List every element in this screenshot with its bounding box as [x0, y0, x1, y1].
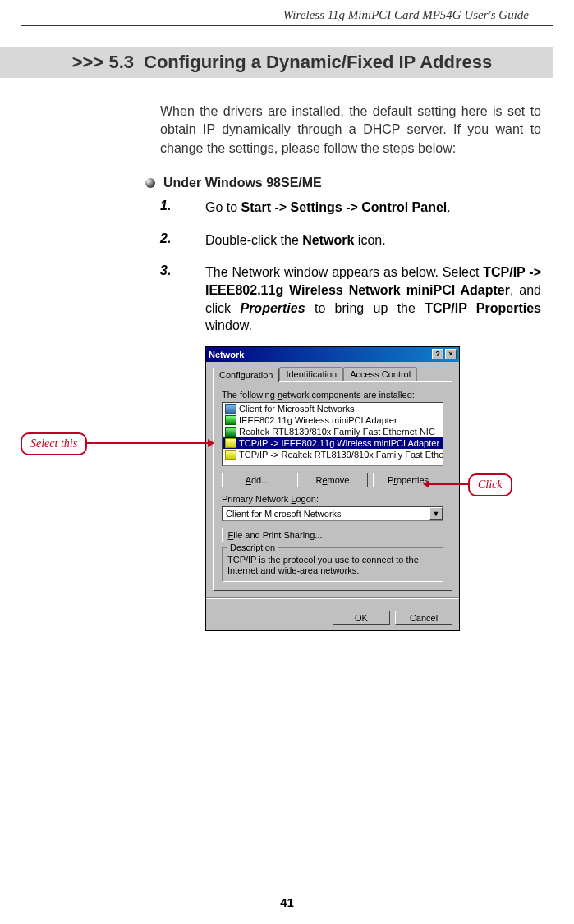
add-u: A — [246, 475, 251, 485]
list-item-tcpip-wireless-text: TCP/IP -> IEEE802.11g Wireless miniPCI A… — [239, 438, 439, 448]
description-text: TCP/IP is the protocol you use to connec… — [227, 555, 438, 576]
step-2-text: Double-click the Network icon. — [205, 231, 386, 249]
component-buttons-row: Add... Remove Properties — [222, 473, 443, 487]
list-item-tcpip-realtek-text: TCP/IP -> Realtek RTL8139/810x Family Fa… — [239, 450, 443, 460]
dialog-title: Network — [209, 350, 244, 359]
list-item-tcpip-realtek[interactable]: TCP/IP -> Realtek RTL8139/810x Family Fa… — [223, 449, 443, 460]
dropdown-arrow-icon: ▼ — [429, 507, 443, 520]
step-1-bold: Start -> Settings -> Control Panel — [241, 200, 448, 214]
dialog-titlebar: Network ? × — [206, 347, 459, 362]
tab-configuration[interactable]: Configuration — [213, 368, 279, 382]
ok-button[interactable]: OK — [333, 611, 390, 625]
callout-select-line — [86, 442, 209, 444]
adapter-icon — [225, 427, 236, 437]
step-3: 3. The Network window appears as below. … — [160, 263, 541, 334]
list-item-client-text: Client for Microsoft Networks — [239, 404, 355, 414]
callout-click-line — [429, 483, 470, 485]
section-title: Configuring a Dynamic/Fixed IP Address — [144, 52, 492, 73]
figure-wrapper: Select this Click Network ? × Configurat… — [160, 346, 541, 631]
step-2-post: icon. — [354, 233, 385, 247]
sub-heading-text: Under Windows 98SE/ME — [163, 176, 322, 190]
bullet-icon — [145, 178, 155, 188]
list-item-realtek-adapter[interactable]: Realtek RTL8139/810x Family Fast Etherne… — [223, 426, 443, 437]
cancel-button[interactable]: Cancel — [395, 611, 452, 625]
help-button[interactable]: ? — [432, 349, 443, 359]
section-heading-bar: >>> 5.3 Configuring a Dynamic/Fixed IP A… — [0, 47, 553, 78]
logon-value: Client for Microsoft Networks — [226, 509, 342, 519]
sub-heading-row: Under Windows 98SE/ME — [145, 176, 541, 190]
step-3-number: 3. — [160, 263, 205, 334]
logon-pre: Primary Network — [222, 494, 291, 504]
protocol-icon — [225, 438, 236, 448]
step-1: 1. Go to Start -> Settings -> Control Pa… — [160, 199, 541, 217]
page-header: Wireless 11g MiniPCI Card MP54G User's G… — [21, 0, 553, 26]
intro-paragraph: When the drivers are installed, the defa… — [160, 103, 541, 158]
list-item-realtek-text: Realtek RTL8139/810x Family Fast Etherne… — [239, 427, 435, 437]
primary-logon-dropdown[interactable]: Client for Microsoft Networks ▼ — [222, 506, 443, 521]
list-item-wireless-text: IEEE802.11g Wireless miniPCI Adapter — [239, 415, 397, 425]
section-number: >>> 5.3 — [0, 52, 144, 73]
add-button[interactable]: Add... — [222, 473, 292, 487]
description-groupbox: Description TCP/IP is the protocol you u… — [222, 547, 443, 582]
step-3-bi: Properties — [240, 301, 305, 315]
step-3-t4: window. — [205, 318, 252, 332]
list-item-wireless-adapter[interactable]: IEEE802.11g Wireless miniPCI Adapter — [223, 414, 443, 426]
protocol-icon — [225, 450, 236, 460]
step-2: 2. Double-click the Network icon. — [160, 231, 541, 249]
step-2-bold: Network — [302, 233, 354, 247]
components-label: The following network components are ins… — [222, 390, 443, 400]
close-button[interactable]: × — [445, 349, 457, 359]
description-label: Description — [227, 542, 278, 552]
add-rest: dd... — [251, 475, 269, 485]
logon-post: ogon: — [296, 494, 319, 504]
step-1-pre: Go to — [205, 200, 241, 214]
step-3-text: The Network window appears as below. Sel… — [205, 263, 541, 334]
dialog-tabs: Configuration Identification Access Cont… — [206, 362, 459, 381]
client-icon — [225, 404, 236, 414]
file-print-sharing-button[interactable]: File and Print Sharing... — [222, 528, 328, 542]
remove-button[interactable]: Remove — [297, 473, 368, 487]
dialog-bottom-buttons: OK Cancel — [206, 606, 459, 630]
components-listbox[interactable]: Client for Microsoft Networks IEEE802.11… — [222, 402, 443, 466]
network-dialog: Network ? × Configuration Identification… — [205, 346, 460, 631]
callout-click-arrow-icon — [423, 480, 429, 488]
components-label-pre: The following — [222, 390, 278, 400]
tab-identification[interactable]: Identification — [279, 367, 343, 381]
step-2-pre: Double-click the — [205, 233, 302, 247]
logon-label: Primary Network Logon: — [222, 494, 443, 504]
adapter-icon — [225, 415, 236, 425]
list-item-client[interactable]: Client for Microsoft Networks — [223, 403, 443, 414]
list-item-tcpip-wireless[interactable]: TCP/IP -> IEEE802.11g Wireless miniPCI A… — [223, 437, 443, 449]
fps-rest: ile and Print Sharing... — [233, 530, 322, 540]
callout-select-arrow-icon — [208, 439, 214, 447]
components-label-post: etwork components are installed: — [282, 390, 415, 400]
step-3-b2: TCP/IP Properties — [425, 301, 541, 315]
titlebar-buttons: ? × — [432, 349, 457, 359]
dialog-separator — [206, 597, 459, 599]
page-number: 41 — [21, 890, 553, 909]
body-content: When the drivers are installed, the defa… — [160, 103, 541, 631]
step-1-number: 1. — [160, 199, 205, 217]
tab-content: The following network components are ins… — [213, 381, 452, 591]
callout-select-this: Select this — [21, 432, 87, 455]
step-3-t3: to bring up the — [305, 301, 425, 315]
properties-button[interactable]: Properties — [373, 473, 443, 487]
tab-access-control[interactable]: Access Control — [343, 367, 417, 381]
step-1-post: . — [447, 200, 450, 214]
remove-post: move — [328, 475, 350, 485]
callout-click: Click — [468, 473, 512, 496]
step-3-t1: The Network window appears as below. Sel… — [205, 265, 483, 279]
step-2-number: 2. — [160, 231, 205, 249]
step-1-text: Go to Start -> Settings -> Control Panel… — [205, 199, 451, 217]
